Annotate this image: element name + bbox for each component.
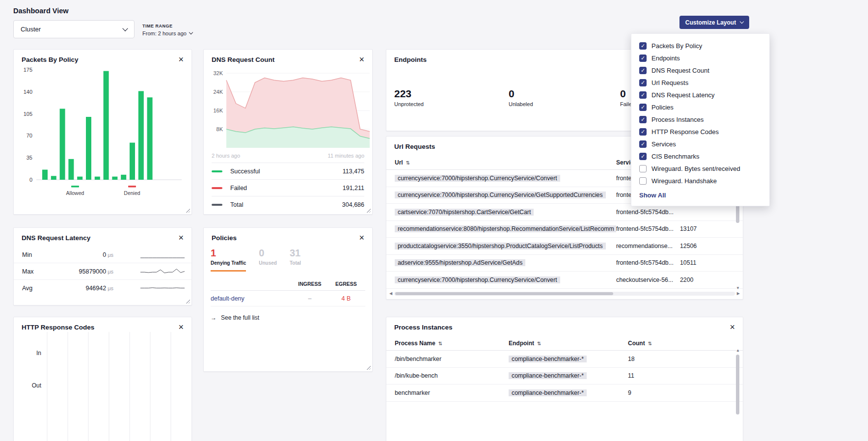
card-title: HTTP Response Codes <box>22 324 94 331</box>
close-icon[interactable]: × <box>359 56 364 63</box>
url-cell: productcatalogservice:3550/hipstershop.P… <box>395 243 616 249</box>
checkbox-checked-icon[interactable]: ✓ <box>639 91 647 99</box>
customize-layout-button[interactable]: Customize Layout <box>679 16 749 29</box>
url-request-row[interactable]: cartservice:7070/hipstershop.CartService… <box>386 204 743 221</box>
column-header-process-name[interactable]: Process Name⇅ <box>395 340 509 347</box>
resize-handle[interactable] <box>366 208 371 213</box>
checkbox-checked-icon[interactable]: ✓ <box>639 79 647 86</box>
close-icon[interactable]: × <box>178 234 184 241</box>
checkbox-unchecked-icon[interactable] <box>639 165 647 172</box>
checkbox-checked-icon[interactable]: ✓ <box>639 116 647 123</box>
close-icon[interactable]: × <box>730 324 735 331</box>
latency-label: Min <box>22 251 64 258</box>
process-instance-row[interactable]: benchmarkercompliance-benchmarker-*9 <box>386 385 743 402</box>
legend-value: 191,211 <box>343 185 364 192</box>
url-text: currencyservice:7000/hipstershop.Currenc… <box>395 276 560 283</box>
scroll-right-icon[interactable]: ▶ <box>737 292 740 296</box>
checkbox-checked-icon[interactable]: ✓ <box>639 128 647 136</box>
url-request-row[interactable]: adservice:9555/hipstershop.AdService/Get… <box>386 255 743 272</box>
process-name-cell: /bin/kube-bench <box>395 372 509 379</box>
menu-item-endpoints[interactable]: ✓Endpoints <box>631 52 769 64</box>
policies-tab-denying-traffic[interactable]: 1Denying Traffic <box>211 248 246 272</box>
endpoints-metric-unprotected: 223 Unprotected <box>394 88 424 107</box>
close-icon[interactable]: × <box>178 56 184 63</box>
policy-row[interactable]: default-deny – 4 B <box>211 291 365 306</box>
sort-icon: ⇅ <box>648 341 652 346</box>
menu-item-cis-benchmarks[interactable]: ✓CIS Benchmarks <box>631 150 769 163</box>
svg-text:Allowed: Allowed <box>66 190 84 196</box>
legend-swatch-icon <box>212 187 222 189</box>
checkbox-checked-icon[interactable]: ✓ <box>639 42 647 50</box>
url-request-row[interactable]: recommendationservice:8080/hipstershop.R… <box>386 221 743 238</box>
checkbox-checked-icon[interactable]: ✓ <box>639 140 647 148</box>
dns-legend: Successful113,475Failed191,211Total304,6… <box>212 163 364 213</box>
time-range: TIME RANGE From: 2 hours ago <box>142 24 192 36</box>
scroll-left-icon[interactable]: ◀ <box>389 292 392 296</box>
column-header-url[interactable]: Url⇅ <box>395 159 616 166</box>
resize-handle[interactable] <box>186 299 190 303</box>
http-response-codes-card: HTTP Response Codes × In Out <box>13 317 192 441</box>
menu-item-http-response-codes[interactable]: ✓HTTP Response Codes <box>631 126 769 138</box>
scroll-down-icon[interactable]: ▼ <box>736 286 740 290</box>
resize-handle[interactable] <box>366 365 371 370</box>
menu-item-label: DNS Request Count <box>651 67 709 74</box>
latency-label: Avg <box>22 285 64 292</box>
tab-value: 0 <box>259 248 277 259</box>
policy-name-link[interactable]: default-deny <box>211 295 293 302</box>
policy-ingress-value: – <box>293 295 327 302</box>
checkbox-checked-icon[interactable]: ✓ <box>639 153 647 160</box>
metric-label: Unlabeled <box>509 101 533 107</box>
process-instance-row[interactable]: /bin/kube-benchcompliance-benchmarker-*1… <box>386 368 743 385</box>
menu-item-services[interactable]: ✓Services <box>631 138 769 150</box>
menu-item-wireguard-bytes-sent-received[interactable]: Wireguard. Bytes sent/received <box>631 163 769 175</box>
checkbox-unchecked-icon[interactable] <box>639 177 647 185</box>
svg-text:0: 0 <box>29 177 32 183</box>
close-icon[interactable]: × <box>178 324 184 331</box>
menu-item-label: Services <box>651 140 676 148</box>
menu-item-wireguard-handshake[interactable]: Wireguard. Handshake <box>631 175 769 187</box>
horizontal-scrollbar[interactable]: ◀ ▶ <box>389 291 740 297</box>
scroll-up-icon[interactable]: ▲ <box>736 349 740 353</box>
policies-table: INGRESS EGRESS default-deny – 4 B <box>211 277 365 306</box>
sort-icon: ⇅ <box>438 341 442 346</box>
checkbox-checked-icon[interactable]: ✓ <box>639 55 647 62</box>
cluster-select[interactable]: Cluster <box>13 20 135 38</box>
show-all-link[interactable]: Show All <box>631 187 769 199</box>
cluster-select-value: Cluster <box>21 26 41 33</box>
policies-tab-unused[interactable]: 0Unused <box>259 248 277 272</box>
menu-item-dns-request-latency[interactable]: ✓DNS Request Latency <box>631 89 769 101</box>
column-header-ingress: INGRESS <box>293 281 327 287</box>
menu-item-dns-request-count[interactable]: ✓DNS Request Count <box>631 64 769 77</box>
service-cell: frontend-5fc5754db... <box>616 225 680 232</box>
customize-layout-menu: ✓Packets By Policy✓Endpoints✓DNS Request… <box>631 33 770 206</box>
column-header-count[interactable]: Count⇅ <box>628 340 735 347</box>
process-name-cell: benchmarker <box>395 389 509 396</box>
service-cell: frontend-5fc5754db... <box>616 209 680 216</box>
url-text: recommendationservice:8080/hipstershop.R… <box>395 225 616 232</box>
legend-value: 113,475 <box>343 168 364 175</box>
menu-item-packets-by-policy[interactable]: ✓Packets By Policy <box>631 40 769 52</box>
close-icon[interactable]: × <box>359 234 364 241</box>
process-instance-row[interactable]: /bin/benchmarkercompliance-benchmarker-*… <box>386 351 743 368</box>
url-request-row[interactable]: productcatalogservice:3550/hipstershop.P… <box>386 238 743 255</box>
url-request-row[interactable]: currencyservice:7000/hipstershop.Currenc… <box>386 272 743 289</box>
vertical-scrollbar[interactable]: ▲ <box>735 350 740 441</box>
menu-item-url-requests[interactable]: ✓Url Requests <box>631 77 769 89</box>
card-title: Policies <box>212 234 237 242</box>
resize-handle[interactable] <box>186 208 190 213</box>
menu-item-label: Endpoints <box>651 55 680 62</box>
menu-item-policies[interactable]: ✓Policies <box>631 101 769 113</box>
endpoint-cell: compliance-benchmarker-* <box>509 356 628 362</box>
time-range-value[interactable]: From: 2 hours ago <box>142 30 192 36</box>
policies-tab-total[interactable]: 31Total <box>290 248 301 272</box>
menu-item-process-instances[interactable]: ✓Process Instances <box>631 113 769 126</box>
packets-bar-chart: 03570105140175AllowedDenied <box>18 63 187 211</box>
service-cell: frontend-5fc5754db... <box>616 259 680 266</box>
checkbox-checked-icon[interactable]: ✓ <box>639 67 647 74</box>
latency-unit: μs <box>108 285 113 291</box>
svg-text:32K: 32K <box>213 70 223 76</box>
checkbox-checked-icon[interactable]: ✓ <box>639 104 647 111</box>
service-cell: checkoutservice-56... <box>616 276 680 283</box>
column-header-endpoint[interactable]: Endpoint⇅ <box>509 340 628 347</box>
see-full-list-link[interactable]: → See the full list <box>211 314 365 321</box>
